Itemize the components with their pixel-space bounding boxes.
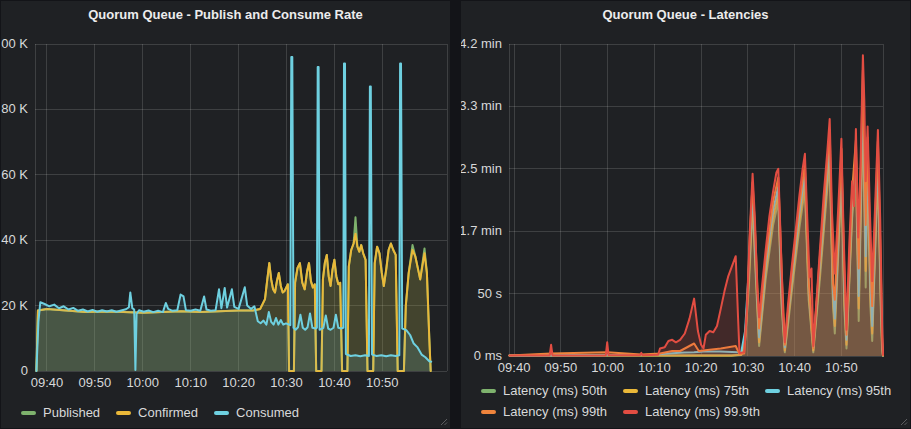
y-tick-label: 60 K [1,167,28,182]
x-tick-label: 10:30 [732,360,765,375]
y-tick-label: 1.7 min [461,223,502,238]
y-tick-label: 50 s [477,286,502,301]
legend-color-dash [481,410,496,414]
legend-item-label: Confirmed [138,404,198,422]
x-tick-label: 10:40 [318,375,351,390]
panel-latencies: Quorum Queue - Latencies 0 ms50 s1.7 min… [461,1,910,428]
legend-color-dash [623,410,638,414]
legend-item-label: Consumed [236,404,299,422]
legend-color-dash [623,389,638,393]
publish-consume-rate-chart[interactable]: 020 K40 K60 K80 K100 K09:4009:5010:0010:… [1,1,450,428]
legend-item-label: Latency (ms) 50th [503,382,607,400]
legend-item-latency-75th[interactable]: Latency (ms) 75th [623,382,749,400]
legend-item-label: Latency (ms) 99.9th [645,403,760,421]
x-tick-label: 10:40 [778,360,811,375]
legend-item-label: Published [43,404,100,422]
y-tick-label: 20 K [1,298,28,313]
x-tick-label: 10:10 [174,375,207,390]
legend-item-latency-999th[interactable]: Latency (ms) 99.9th [623,403,760,421]
panel-publish-consume-rate: Quorum Queue - Publish and Consume Rate … [1,1,450,428]
y-tick-label: 0 [21,363,28,378]
y-tick-label: 3.3 min [461,98,502,113]
panel-resize-handle[interactable] [898,416,908,426]
legend-item-latency-99th[interactable]: Latency (ms) 99th [481,403,607,421]
y-tick-label: 80 K [1,101,28,116]
legend-color-dash [214,411,229,415]
legend-item-label: Latency (ms) 95th [787,382,891,400]
panel-title[interactable]: Quorum Queue - Latencies [461,7,910,22]
x-tick-label: 09:50 [545,360,578,375]
x-tick-label: 10:00 [127,375,160,390]
x-tick-label: 10:50 [366,375,399,390]
x-tick-label: 09:50 [79,375,112,390]
y-tick-label: 2.5 min [461,161,502,176]
x-tick-label: 09:40 [498,360,531,375]
grafana-dashboard: { "ui": { "background": "#131418", "pane… [0,0,911,429]
y-tick-label: 100 K [1,36,28,51]
legend-color-dash [116,411,131,415]
y-tick-label: 40 K [1,232,28,247]
legend: PublishedConfirmedConsumed [21,404,441,422]
latencies-chart[interactable]: 0 ms50 s1.7 min2.5 min3.3 min4.2 min09:4… [461,1,910,428]
resize-corner-icon [898,416,908,426]
x-tick-label: 10:20 [685,360,718,375]
legend-item-consumed[interactable]: Consumed [214,404,299,422]
legend-item-published[interactable]: Published [21,404,100,422]
panel-title[interactable]: Quorum Queue - Publish and Consume Rate [1,7,450,22]
x-tick-label: 10:10 [638,360,671,375]
x-tick-label: 10:50 [825,360,858,375]
resize-corner-icon [438,416,448,426]
legend: Latency (ms) 50thLatency (ms) 75thLatenc… [481,382,911,421]
legend-color-dash [21,411,36,415]
y-tick-label: 4.2 min [461,36,502,51]
x-tick-label: 10:20 [222,375,255,390]
legend-item-label: Latency (ms) 75th [645,382,749,400]
legend-color-dash [765,389,780,393]
x-tick-label: 09:40 [31,375,64,390]
x-tick-label: 10:30 [270,375,303,390]
legend-item-latency-50th[interactable]: Latency (ms) 50th [481,382,607,400]
x-tick-label: 10:00 [591,360,624,375]
legend-item-confirmed[interactable]: Confirmed [116,404,198,422]
legend-color-dash [481,389,496,393]
legend-item-latency-95th[interactable]: Latency (ms) 95th [765,382,891,400]
panel-resize-handle[interactable] [438,416,448,426]
legend-item-label: Latency (ms) 99th [503,403,607,421]
